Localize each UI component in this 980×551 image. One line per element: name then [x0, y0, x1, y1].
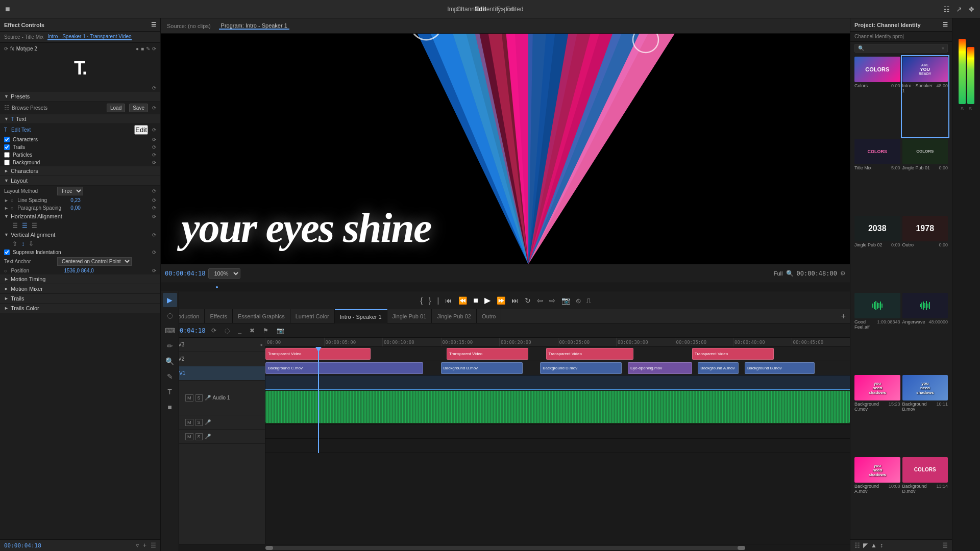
insert-btn[interactable]: ⇦ [535, 294, 545, 307]
reset-layout-icon[interactable]: ⟳ [152, 188, 156, 194]
motion-timing-header[interactable]: ► Motion Timing [0, 274, 160, 284]
v3-clip-1[interactable]: Transparent Video [265, 348, 371, 360]
reset-text-icon[interactable]: ⟳ [152, 127, 156, 133]
timeline-scrollbar[interactable] [161, 544, 850, 551]
tool-arrow[interactable]: ▶ [163, 293, 177, 307]
tool-hand[interactable]: ✏ [163, 339, 177, 353]
mark-clip-btn[interactable]: | [435, 294, 442, 307]
valign-mid-icon[interactable]: ↕ [21, 240, 24, 247]
tab-jingle02[interactable]: Jingle Pub 02 [432, 309, 477, 323]
project-menu2-icon[interactable]: ☰ [942, 542, 948, 549]
project-item-bga[interactable]: youneedshadows Background A.mov 10:08 [854, 457, 900, 537]
project-menu-icon[interactable]: ☰ [943, 21, 948, 28]
reset-characters-icon[interactable]: ⟳ [152, 137, 156, 142]
layout-method-select[interactable]: Free [57, 187, 83, 195]
tab-intro-speaker1[interactable]: Intro - Speaker 1 [335, 309, 387, 323]
project-freeform-icon[interactable]: ▲ [871, 542, 877, 549]
project-item-anger[interactable]: Angerwave 48:00000 [902, 293, 948, 373]
characters-section-header[interactable]: ► Characters [0, 166, 160, 176]
presets-section-header[interactable]: ▼ Presets [0, 92, 160, 102]
play-btn[interactable]: ▶ [482, 293, 493, 307]
reset-trails-icon[interactable]: ⟳ [152, 144, 156, 150]
v3-clip-3[interactable]: Transparent Video [546, 348, 634, 360]
suppress-checkbox[interactable] [4, 249, 10, 255]
a2-mic-icon[interactable]: 🎤 [205, 419, 211, 425]
a3-m-btn[interactable]: M [185, 433, 193, 440]
project-sort-icon[interactable]: ↕ [880, 542, 883, 549]
paragraph-spacing-value[interactable]: 0,00 [70, 205, 80, 211]
trails-checkbox[interactable] [4, 144, 10, 150]
a1-s-btn[interactable]: S [195, 394, 203, 402]
tab-outro[interactable]: Outro [477, 309, 502, 323]
tl-unlink-btn[interactable]: ⎯ [236, 326, 243, 335]
menu-icon[interactable]: ☰ [151, 542, 156, 549]
step-back-btn[interactable]: ⏪ [456, 294, 469, 307]
reset-all-icon[interactable]: ⟳ [152, 85, 156, 91]
position-value[interactable]: 1536,0 864,0 [64, 268, 93, 273]
valign-top-icon[interactable]: ⇧ [12, 240, 17, 247]
project-list-icon[interactable]: ☷ [854, 542, 860, 549]
a1-audio-clip[interactable] [265, 391, 850, 423]
stop-btn[interactable]: ■ [471, 294, 480, 307]
save-button[interactable]: Save [129, 104, 148, 112]
tool-text[interactable]: T [163, 385, 177, 399]
a2-s-btn[interactable]: S [195, 419, 203, 426]
camera-btn[interactable]: 📷 [559, 294, 572, 307]
v2-bga[interactable]: Background A.mov [698, 362, 739, 374]
align-right-icon[interactable]: ☰ [32, 222, 37, 229]
project-item-bgb[interactable]: youneedshadows Background B.mov 10:11 [902, 375, 948, 455]
source-tab[interactable]: Source: (no clips) [165, 23, 213, 29]
loop-btn[interactable]: ↻ [523, 294, 533, 307]
trails-color-header[interactable]: ► Trails Color [0, 304, 160, 313]
tl-ripple-btn[interactable]: ◌ [223, 326, 232, 335]
reset-ps-icon[interactable]: ⟳ [152, 205, 156, 211]
tool-zoom[interactable]: 🔍 [163, 354, 177, 368]
overwrite-btn[interactable]: ⇨ [547, 294, 557, 307]
load-button[interactable]: Load [107, 104, 125, 112]
text-section-header[interactable]: ▼ T Text [0, 114, 160, 124]
project-search-input[interactable] [866, 45, 942, 51]
expand-icon[interactable]: ❖ [968, 5, 975, 13]
tl-markers-btn[interactable]: ⚑ [261, 326, 271, 335]
reset-particles-icon[interactable]: ⟳ [152, 152, 156, 158]
reset-presets-icon[interactable]: ⟳ [152, 105, 156, 111]
motion-mixer-header[interactable]: ► Motion Mixer [0, 284, 160, 294]
project-item-jingle02[interactable]: 2038 Jingle Pub 02 0:00 [854, 216, 900, 291]
mark-out-btn[interactable]: } [427, 294, 433, 307]
extract-btn[interactable]: ⎍ [584, 294, 593, 307]
reset-fx-icon[interactable]: ⟳ [152, 46, 156, 52]
filter-icon[interactable]: ▿ [136, 542, 139, 549]
tab-effects[interactable]: Effects [205, 309, 232, 323]
tl-reset-btn[interactable]: ⟳ [209, 326, 218, 335]
tool-pen[interactable]: ✎ [163, 369, 177, 384]
hamburger-icon[interactable]: ☰ [151, 21, 156, 28]
program-tab[interactable]: Program: Intro - Speaker 1 [219, 22, 289, 30]
step-fwd-btn[interactable]: ⏩ [495, 294, 507, 307]
reset-va-icon[interactable]: ⟳ [152, 232, 156, 238]
project-item-outro[interactable]: 1978 Outro 0:00 [902, 216, 948, 291]
monitor-scrubber[interactable] [161, 283, 850, 291]
tool-shape[interactable]: ■ [163, 400, 177, 414]
reset-icon[interactable]: ⟳ [4, 46, 8, 52]
reset-suppress-icon[interactable]: ⟳ [152, 249, 156, 255]
tool-ripple[interactable]: ◌ [163, 308, 177, 322]
project-item-gf[interactable]: Good Feel.aif 1:09:08343 [854, 293, 900, 373]
lift-btn[interactable]: ⎋ [574, 294, 582, 307]
reset-ls-icon[interactable]: ⟳ [152, 197, 156, 203]
line-spacing-value[interactable]: 0,23 [70, 197, 80, 203]
zoom-select[interactable]: 100% [208, 268, 240, 279]
add-icon[interactable]: + [143, 542, 146, 549]
source-tab-label[interactable]: Source - Title Mix [4, 34, 43, 40]
share-icon[interactable]: ↗ [956, 5, 962, 13]
magnifier-icon[interactable]: 🔍 [786, 270, 794, 277]
tab-essential-graphics[interactable]: Essential Graphics [233, 309, 290, 323]
project-item-colors[interactable]: COLORS Colors 0:00 [854, 57, 900, 137]
a2-m-btn[interactable]: M [185, 419, 193, 426]
particles-checkbox[interactable] [4, 152, 10, 158]
tab-lumetri[interactable]: Lumetri Color [290, 309, 335, 323]
mark-in-btn[interactable]: { [418, 294, 425, 307]
tl-camera-btn[interactable]: 📷 [275, 326, 286, 335]
tl-magnet-btn[interactable]: ✖ [248, 326, 257, 335]
settings-icon[interactable]: ⚙ [840, 270, 846, 277]
extract-icon[interactable]: ☷ [943, 5, 950, 13]
